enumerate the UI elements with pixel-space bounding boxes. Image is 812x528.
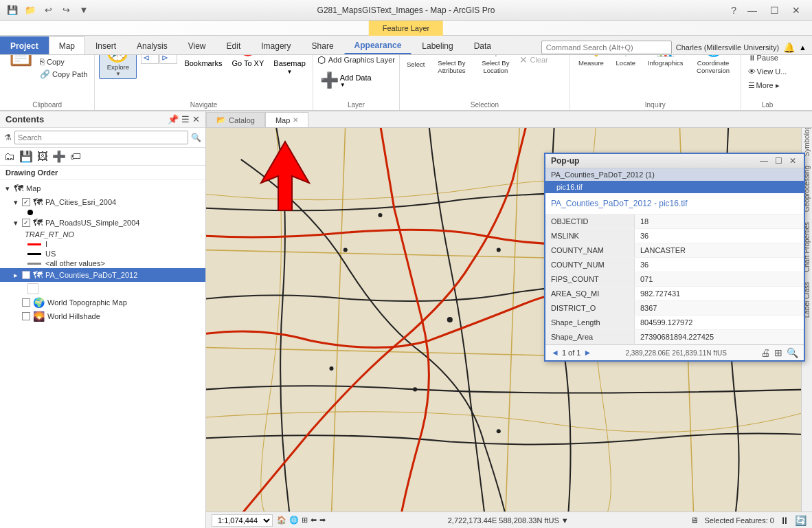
counties-symbol	[27, 283, 38, 294]
popup-search-icon[interactable]: 🔍	[787, 347, 798, 358]
command-search-input[interactable]	[541, 41, 672, 54]
tab-project[interactable]: Project	[0, 36, 49, 54]
layer-item-map[interactable]: ▾ 🗺 Map	[0, 182, 205, 195]
map-tab-close[interactable]: ✕	[293, 116, 298, 124]
tab-edit[interactable]: Edit	[216, 36, 251, 54]
layer-icon-roads: 🗺	[33, 217, 43, 228]
tab-appearance[interactable]: Appearance	[344, 36, 412, 54]
back-icon[interactable]: ⬅	[311, 516, 317, 525]
popup-table-icon[interactable]: ⊞	[774, 347, 782, 358]
popup-minimize[interactable]: —	[758, 156, 770, 166]
contents-search-input[interactable]	[14, 131, 188, 144]
popup-print-icon[interactable]: 🖨	[760, 347, 770, 358]
pin-icon[interactable]: 📌	[168, 114, 179, 124]
copy-button[interactable]: ⎘ Copy	[37, 56, 90, 67]
maximize-button[interactable]: ☐	[764, 1, 785, 20]
refresh-status-icon[interactable]: 🔄	[795, 515, 807, 526]
catalog-tab[interactable]: 📂 Catalog	[206, 112, 265, 127]
add-data-button[interactable]: ➕ Add Data ▼	[317, 70, 374, 91]
minimize-button[interactable]: —	[742, 1, 763, 20]
status-nav-icons: 🏠 🌐 ⊞ ⬅ ➡	[277, 516, 326, 525]
clear-button[interactable]: ✕ Clear	[519, 54, 565, 65]
tab-labeling[interactable]: Labeling	[411, 36, 463, 54]
layer-tools: 🗂 💾 🖼 ➕ 🏷	[0, 148, 205, 166]
more-qa-icon[interactable]: ▼	[77, 3, 91, 17]
legend-I: I	[0, 239, 205, 249]
redo-icon[interactable]: ↪	[59, 3, 73, 17]
expand-icon[interactable]: ▲	[799, 43, 807, 52]
checkbox-cities[interactable]: ✓	[22, 198, 30, 206]
popup-selected-item[interactable]: pic16.tif	[545, 181, 804, 193]
contents-close-icon[interactable]: ✕	[192, 114, 200, 124]
notification-bell[interactable]: 🔔	[783, 42, 795, 53]
pause-status-icon[interactable]: ⏸	[780, 515, 789, 526]
goto-label: Go To XY	[232, 59, 264, 67]
undo-icon[interactable]: ↩	[41, 3, 55, 17]
scale-selector[interactable]: 1:1,074,444	[212, 514, 273, 527]
grid-icon[interactable]: ⊞	[302, 516, 308, 525]
map-area[interactable]: 📂 Catalog Map ✕	[206, 111, 812, 528]
checkbox-roads[interactable]: ✓	[22, 219, 30, 227]
save-icon[interactable]: 💾	[5, 3, 19, 17]
popup-prev[interactable]: ◄	[551, 348, 559, 358]
popup-panel: Pop-up — ☐ ✕ PA_Counties_PaDoT_2012 (1) …	[544, 153, 805, 362]
layer-item-pa-roads[interactable]: ▾ ✓ 🗺 PA_RoadsUS_Simple_2004	[0, 216, 205, 230]
search-go-icon[interactable]: 🔍	[191, 133, 201, 142]
tab-imagery[interactable]: Imagery	[251, 36, 301, 54]
map-tab[interactable]: Map ✕	[265, 112, 308, 127]
tab-insert[interactable]: Insert	[85, 36, 126, 54]
home-icon[interactable]: 🏠	[277, 516, 286, 525]
pa-counties-name: PA_Counties_PaDoT_2012	[45, 271, 137, 279]
expand-roads: ▾	[14, 219, 19, 228]
status-coordinates: 2,722,173.44E 588,208.33N ftUS ▼	[448, 516, 569, 525]
status-bar: 1:1,074,444 🏠 🌐 ⊞ ⬅ ➡ 2,722,173.44E 588,…	[206, 512, 812, 528]
coord-dropdown[interactable]: ▼	[561, 516, 569, 525]
folder-icon[interactable]: 📁	[23, 3, 37, 17]
layer-tool-4[interactable]: ➕	[52, 150, 66, 163]
selection-group-label: Selection	[404, 100, 565, 109]
popup-feature-title-text: PA_Counties_PaDoT_2012 - pic16.tif	[551, 199, 688, 208]
tab-data[interactable]: Data	[464, 36, 501, 54]
quick-access-icons: 💾 📁 ↩ ↪ ▼	[5, 3, 91, 17]
view-unplaced-button[interactable]: 👁 View U...	[745, 66, 790, 77]
layer-tool-3[interactable]: 🖼	[37, 151, 48, 163]
copy-path-button[interactable]: 🔗 Copy Path	[37, 69, 90, 80]
world-icon[interactable]: 🌐	[289, 516, 299, 525]
layer-tool-5[interactable]: 🏷	[70, 151, 81, 163]
layer-tool-2[interactable]: 💾	[19, 150, 33, 163]
selected-features-text: Selected Features: 0	[704, 516, 774, 525]
ribbon-tabs: Project Map Insert Analysis View Edit Im…	[0, 36, 812, 55]
checkbox-counties[interactable]: ✓	[22, 271, 30, 279]
svg-point-10	[413, 387, 417, 391]
layer-item-world-hillshade[interactable]: 🌄 World Hillshade	[0, 309, 205, 323]
tab-share[interactable]: Share	[302, 36, 344, 54]
infographics-label: Infographics	[648, 59, 684, 67]
layer-item-pa-counties[interactable]: ▸ ✓ 🗺 PA_Counties_PaDoT_2012	[0, 268, 205, 282]
popup-maximize[interactable]: ☐	[773, 156, 785, 166]
coordinate-label: Coordinate Conversion	[695, 59, 732, 74]
tab-map[interactable]: Map	[49, 36, 85, 54]
popup-close[interactable]: ✕	[787, 156, 798, 166]
close-button[interactable]: ✕	[786, 1, 807, 20]
forward-icon[interactable]: ➡	[319, 516, 326, 525]
layer-tool-1[interactable]: 🗂	[4, 151, 15, 163]
add-graphics-row: ⬡ Add Graphics Layer	[317, 54, 395, 65]
more-button[interactable]: ☰ More ▸	[745, 80, 782, 91]
popup-table[interactable]: OBJECTID 18 MSLINK 36 COUNTY_NAM LANCAST…	[545, 214, 804, 344]
contents-menu-icon[interactable]: ☰	[181, 114, 190, 124]
tab-view[interactable]: View	[178, 36, 216, 54]
layer-item-world-topo[interactable]: 🌍 World Topographic Map	[0, 296, 205, 309]
add-data-dropdown[interactable]: ▼	[340, 82, 346, 88]
add-graphics-label[interactable]: Add Graphics Layer	[328, 56, 395, 64]
checkbox-world-topo[interactable]	[22, 298, 30, 307]
pa-cities-name: PA_Cities_Esri_2004	[45, 198, 116, 206]
other-label: <all other values>	[45, 259, 105, 267]
tab-analysis[interactable]: Analysis	[126, 36, 178, 54]
svg-point-14	[497, 248, 501, 252]
checkbox-hillshade[interactable]	[22, 312, 30, 320]
help-button[interactable]: ?	[731, 5, 736, 16]
popup-val: 982.727431	[635, 287, 804, 300]
popup-row: DISTRICT_O 8367	[545, 301, 804, 316]
layer-item-pa-cities[interactable]: ▾ ✓ 🗺 PA_Cities_Esri_2004	[0, 195, 205, 209]
popup-next[interactable]: ►	[583, 348, 591, 358]
